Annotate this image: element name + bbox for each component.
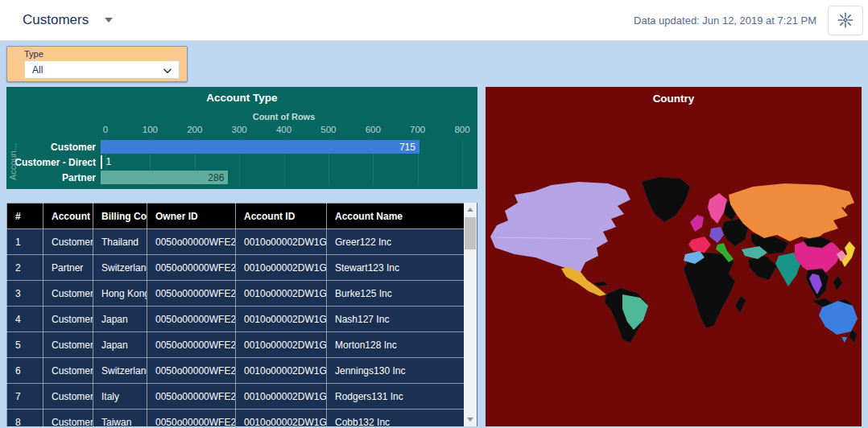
dashboard-root: Customers Data updated: Jun 12, 2019 at … xyxy=(0,0,868,428)
x-tick-800: 800 xyxy=(454,125,469,134)
table-row[interactable]: 3CustomerHong Kong0050o00000WFE2...0010o… xyxy=(7,281,465,307)
einstein-sparkle-button[interactable] xyxy=(828,6,863,35)
chart-row: Customer - Direct1 xyxy=(6,154,477,170)
column-header--: # xyxy=(7,204,43,229)
table-row[interactable]: 6CustomerSwitzerland0050o00000WFE2L...00… xyxy=(7,358,465,384)
country-united-kingdom[interactable] xyxy=(690,215,704,232)
table-cell: 0010o00002DW1Gf... xyxy=(236,332,327,358)
table-cell: 0050o00000WFE2B... xyxy=(147,255,236,281)
country-africa[interactable] xyxy=(684,253,735,328)
accounts-table: #Account ...Billing Co...Owner IDAccount… xyxy=(6,203,465,426)
category-label: Customer xyxy=(6,142,101,153)
table-cell: Jennings130 Inc xyxy=(327,358,465,384)
table-cell: Japan xyxy=(93,332,147,358)
bar-track: 715 xyxy=(101,140,457,154)
country-new-zealand[interactable] xyxy=(849,330,857,343)
type-filter-select[interactable]: All xyxy=(24,60,180,79)
column-header-account-name: Account Name xyxy=(327,204,465,229)
x-tick-700: 700 xyxy=(410,125,425,134)
table-row[interactable]: 1CustomerThailand0050o00000WFE2...0010o0… xyxy=(7,229,465,255)
country-france[interactable] xyxy=(688,237,711,253)
chevron-down-icon[interactable] xyxy=(105,18,113,23)
table-header-row: #Account ...Billing Co...Owner IDAccount… xyxy=(7,204,465,229)
table-cell: Customer xyxy=(43,332,93,358)
x-axis-title: Count of Rows xyxy=(105,112,462,121)
table-cell: 0050o00000WFE2... xyxy=(147,307,236,332)
table-cell: 0050o00000WFE2... xyxy=(147,384,236,409)
triangle-up-icon xyxy=(467,208,473,212)
table-cell: Thailand xyxy=(93,229,147,255)
bar-track: 286 xyxy=(101,171,457,184)
table-cell: Nash127 Inc xyxy=(327,307,465,332)
country-russia[interactable] xyxy=(729,183,854,241)
table-cell: 5 xyxy=(7,332,43,358)
table-row[interactable]: 8CustomerTaiwan0050o00000WFE2I...0010o00… xyxy=(7,409,465,427)
table-cell: Cobb132 Inc xyxy=(327,409,465,427)
category-label: Customer - Direct xyxy=(6,157,101,168)
bar-value-label: 286 xyxy=(208,172,228,183)
scrollbar-thumb[interactable] xyxy=(465,217,476,249)
table-cell: 0050o00000WFE2L... xyxy=(147,358,236,384)
table-cell: 0050o00000WFE2... xyxy=(147,229,236,255)
table-scrollbar[interactable] xyxy=(464,203,477,426)
table-cell: 0010o00002DW1Gl... xyxy=(236,409,327,427)
table-cell: Japan xyxy=(93,307,147,332)
table-cell: Taiwan xyxy=(93,409,147,427)
table-row[interactable]: 2PartnerSwitzerland0050o00000WFE2B...001… xyxy=(7,255,465,281)
bar-track: 1 xyxy=(101,155,457,169)
table-cell: Customer xyxy=(43,384,93,409)
table-cell: Customer xyxy=(43,307,93,332)
bar-customer[interactable]: 715 xyxy=(101,140,420,154)
table-cell: Greer122 Inc xyxy=(327,229,465,255)
category-label: Partner xyxy=(6,172,101,183)
table-cell: 0010o00002DW1GZ... xyxy=(236,229,327,255)
x-tick-400: 400 xyxy=(276,125,291,134)
page-title: Customers xyxy=(23,12,89,28)
country-middle-east[interactable] xyxy=(748,256,777,280)
table-row[interactable]: 5CustomerJapan0050o00000WFE2...0010o0000… xyxy=(7,332,465,358)
country-mexico[interactable] xyxy=(561,267,606,296)
table-cell: Customer xyxy=(43,229,93,255)
x-tick-300: 300 xyxy=(232,125,247,134)
table-cell: Customer xyxy=(43,409,93,427)
bar-value-label: 1 xyxy=(101,156,112,167)
table-cell: 3 xyxy=(7,281,43,307)
table-cell: 1 xyxy=(7,229,43,255)
table-row[interactable]: 7CustomerItaly0050o00000WFE2...0010o0000… xyxy=(7,384,465,409)
chevron-down-icon xyxy=(162,65,173,76)
account-type-chart-panel: Account Type Count of Rows 0100200300400… xyxy=(6,87,477,189)
x-axis-ticks: 0100200300400500600700800 xyxy=(105,125,462,136)
country-greenland[interactable] xyxy=(642,177,690,222)
table-cell: Switzerland xyxy=(93,358,147,384)
table-cell: Rodgers131 Inc xyxy=(327,384,465,409)
dashboard-canvas: Type All Account Type Count of Rows 0100… xyxy=(0,41,868,428)
table-cell: 0010o00002DW1Ge... xyxy=(236,307,327,332)
country-madagascar[interactable] xyxy=(735,296,746,313)
type-filter-widget: Type All xyxy=(6,46,188,82)
chart-title: Account Type xyxy=(6,92,477,104)
table-cell: Burke125 Inc xyxy=(327,281,465,307)
bar-value-label: 715 xyxy=(399,142,420,153)
chart-row: Customer715 xyxy=(6,139,477,154)
table-cell: Stewart123 Inc xyxy=(327,255,465,281)
y-axis-title: Accoun... xyxy=(8,139,19,185)
country-caribbean[interactable] xyxy=(593,282,608,286)
table-cell: Morton128 Inc xyxy=(327,332,465,358)
country-north-america[interactable] xyxy=(490,182,630,278)
table-cell: Partner xyxy=(43,255,93,281)
country-scandinavia[interactable] xyxy=(708,193,727,224)
scroll-down-button[interactable] xyxy=(464,413,477,426)
table-cell: 0010o00002DW1Gc... xyxy=(236,281,327,307)
scroll-up-button[interactable] xyxy=(464,203,477,216)
column-header-billing-co-: Billing Co... xyxy=(93,204,147,229)
table-row[interactable]: 4CustomerJapan0050o00000WFE2...0010o0000… xyxy=(7,307,465,332)
table-cell: 6 xyxy=(7,358,43,384)
table-cell: Italy xyxy=(93,384,147,409)
bar-partner[interactable]: 286 xyxy=(101,171,228,184)
table-cell: 0010o00002DW1Gl... xyxy=(236,384,327,409)
table-cell: Customer xyxy=(43,358,93,384)
column-header-owner-id: Owner ID xyxy=(147,204,236,229)
table-cell: 0010o00002DW1Gh... xyxy=(236,358,327,384)
country-germany[interactable] xyxy=(709,227,724,243)
column-header-account-id: Account ID xyxy=(236,204,327,229)
